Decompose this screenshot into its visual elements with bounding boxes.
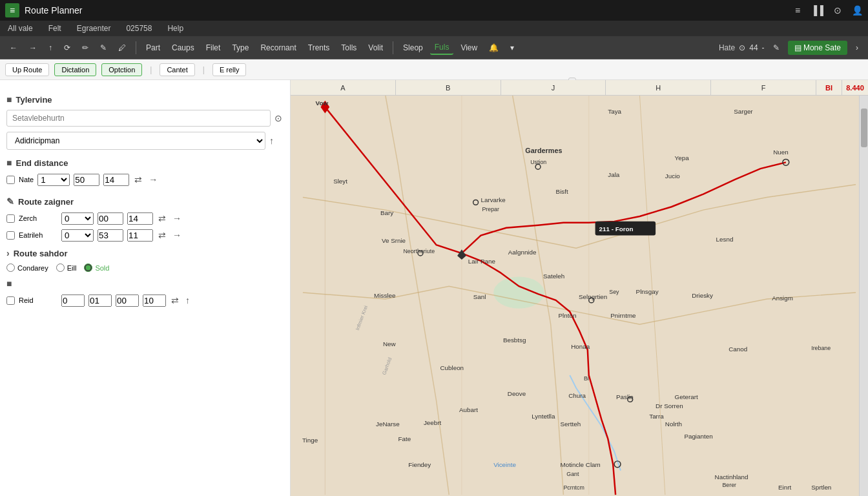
svg-text:Plnton: Plnton bbox=[559, 312, 577, 319]
svg-text:Lyntetlla: Lyntetlla bbox=[532, 413, 555, 420]
section3-icon: ■ bbox=[6, 158, 12, 168]
reid-val2-input[interactable] bbox=[116, 294, 139, 307]
reid-val3-input[interactable] bbox=[143, 294, 166, 307]
svg-text:Bary: Bary bbox=[380, 209, 393, 216]
radio-sold-input[interactable] bbox=[84, 264, 92, 272]
dictation-btn[interactable]: Dictation bbox=[54, 63, 96, 76]
reid-up-btn[interactable]: ↑ bbox=[184, 294, 191, 307]
section6: ■ bbox=[6, 278, 284, 289]
section3-label: End distance bbox=[16, 158, 68, 168]
menu-felt[interactable]: Felt bbox=[46, 23, 64, 34]
eatrileh-val2-input[interactable] bbox=[127, 229, 153, 242]
eatrileh-arrow-btn[interactable]: → bbox=[171, 229, 183, 242]
cantet-btn[interactable]: Cantet bbox=[160, 63, 194, 76]
clock-icon[interactable]: ⊙ bbox=[834, 5, 842, 16]
user-avatar[interactable]: 👤 bbox=[852, 5, 863, 16]
nav-refresh[interactable]: ⟳ bbox=[59, 41, 75, 54]
menu-allvale[interactable]: All vale bbox=[5, 23, 36, 34]
split-icon[interactable]: ▐▐ bbox=[811, 5, 823, 16]
setavlebehurtn-input[interactable] bbox=[6, 110, 271, 127]
toolbar-sleop[interactable]: Sleop bbox=[398, 41, 428, 54]
eatrileh-checkbox[interactable] bbox=[6, 231, 15, 240]
edit-btn[interactable]: ✎ bbox=[769, 41, 784, 54]
svg-text:Jala: Jala bbox=[608, 171, 620, 178]
toolbar-type[interactable]: Type bbox=[227, 41, 253, 54]
radio-eill-input[interactable] bbox=[56, 264, 65, 272]
mone-icon: ▤ bbox=[794, 43, 801, 52]
map-scrollbar[interactable] bbox=[859, 96, 868, 496]
nav-up[interactable]: ↑ bbox=[44, 41, 57, 54]
eatrileh-val1-input[interactable] bbox=[98, 229, 123, 242]
menu-bar: All vale Felt Egraenter 025758 Help bbox=[0, 21, 868, 36]
toolbar-volit[interactable]: Volit bbox=[364, 41, 388, 54]
toolbar-caups[interactable]: Caups bbox=[167, 41, 199, 54]
svg-text:Tarra: Tarra bbox=[649, 413, 664, 420]
reid-val1-input[interactable] bbox=[88, 294, 112, 307]
map-svg[interactable]: Infmier Krei Garhold Vow Taya Sarger Gar… bbox=[291, 96, 868, 496]
edit-icon3[interactable]: 🖊 bbox=[114, 41, 130, 54]
eatrileh-row: Eatrileh 0 ⇄ → bbox=[6, 229, 284, 242]
zerch-swap-btn[interactable]: ⇄ bbox=[157, 212, 167, 225]
radio-eill[interactable]: Eill bbox=[56, 264, 77, 272]
toolbar-view[interactable]: View bbox=[456, 41, 482, 54]
svg-text:Dr Sorren: Dr Sorren bbox=[656, 402, 683, 409]
svg-text:Ansigm: Ansigm bbox=[772, 294, 793, 302]
svg-text:Ve Srnie: Ve Srnie bbox=[382, 237, 406, 244]
radio-condarey-input[interactable] bbox=[6, 264, 15, 272]
eatrileh-swap-btn[interactable]: ⇄ bbox=[157, 229, 167, 242]
dist-swap-btn[interactable]: ⇄ bbox=[133, 173, 143, 186]
svg-text:Selngrtien: Selngrtien bbox=[579, 293, 607, 300]
menu-025758[interactable]: 025758 bbox=[123, 23, 154, 34]
nav-back[interactable]: ← bbox=[5, 41, 22, 54]
toolbar-tolls[interactable]: Tolls bbox=[336, 41, 361, 54]
toolbar-bell[interactable]: 🔔 bbox=[484, 41, 503, 54]
adidricipman-select[interactable]: Adidricipman bbox=[6, 132, 265, 150]
nate-label: Nate bbox=[19, 176, 34, 183]
reid-val0-input[interactable] bbox=[61, 294, 85, 307]
up-route-btn[interactable]: Up Route bbox=[5, 63, 49, 76]
nav-fwd[interactable]: → bbox=[25, 41, 41, 54]
svg-text:Yepa: Yepa bbox=[675, 154, 690, 161]
svg-text:Plnsgay: Plnsgay bbox=[636, 288, 659, 295]
erelly-btn[interactable]: E relly bbox=[212, 63, 247, 76]
edit-icon2[interactable]: ✎ bbox=[96, 41, 111, 54]
reid-swap-btn[interactable]: ⇄ bbox=[170, 294, 180, 307]
menu-egraenter[interactable]: Egraenter bbox=[74, 23, 114, 34]
toolbar-recornant[interactable]: Recornant bbox=[256, 41, 300, 54]
menu-icon[interactable]: ≡ bbox=[795, 5, 800, 16]
reid-checkbox[interactable] bbox=[6, 296, 15, 305]
map-col-b: B bbox=[396, 80, 501, 95]
svg-text:Pagianten: Pagianten bbox=[684, 433, 712, 440]
dist-val1-input[interactable] bbox=[74, 174, 99, 186]
toolbar-trents[interactable]: Trents bbox=[304, 41, 335, 54]
dist-num1-select[interactable]: 1 bbox=[37, 174, 70, 186]
toolbar-dropdown[interactable]: ▾ bbox=[506, 41, 519, 54]
radio-sold-label: Sold bbox=[95, 264, 109, 272]
svg-text:Bi: Bi bbox=[584, 375, 589, 382]
toolbar-filet[interactable]: Filet bbox=[202, 41, 225, 54]
dist-val2-input[interactable] bbox=[103, 174, 129, 186]
zerch-val1-input[interactable] bbox=[98, 212, 123, 225]
toolbar-part[interactable]: Part bbox=[141, 41, 165, 54]
nate-checkbox[interactable] bbox=[6, 176, 15, 184]
svg-text:New: New bbox=[383, 340, 397, 347]
hate-label: Hate bbox=[719, 43, 735, 52]
field1-icon-btn[interactable]: ⊙ bbox=[273, 112, 284, 125]
radio-sold[interactable]: Sold bbox=[84, 264, 109, 272]
map-area[interactable]: A B J H F BI 8.440 bbox=[291, 80, 868, 496]
menu-help[interactable]: Help bbox=[165, 23, 186, 34]
zerch-val2-input[interactable] bbox=[127, 212, 153, 225]
zerch-arrow-btn[interactable]: → bbox=[171, 212, 183, 225]
dist-arrow-btn[interactable]: → bbox=[147, 173, 159, 186]
toolbar-fuls[interactable]: Fuls bbox=[430, 41, 454, 55]
reid-row: Reid ⇄ ↑ bbox=[6, 294, 284, 307]
radio-condarey[interactable]: Condarey bbox=[6, 264, 48, 272]
zerch-checkbox[interactable] bbox=[6, 214, 15, 223]
eatrileh-num-select[interactable]: 0 bbox=[61, 229, 94, 242]
arrow-right-btn[interactable]: › bbox=[851, 41, 863, 54]
zerch-num-select[interactable]: 0 bbox=[61, 212, 94, 225]
field2-up-btn[interactable]: ↑ bbox=[268, 134, 275, 147]
mone-sate-button[interactable]: ▤ Mone Sate bbox=[788, 41, 847, 55]
optction-btn[interactable]: Optction bbox=[101, 63, 142, 76]
edit-icon1[interactable]: ✏ bbox=[78, 41, 93, 54]
